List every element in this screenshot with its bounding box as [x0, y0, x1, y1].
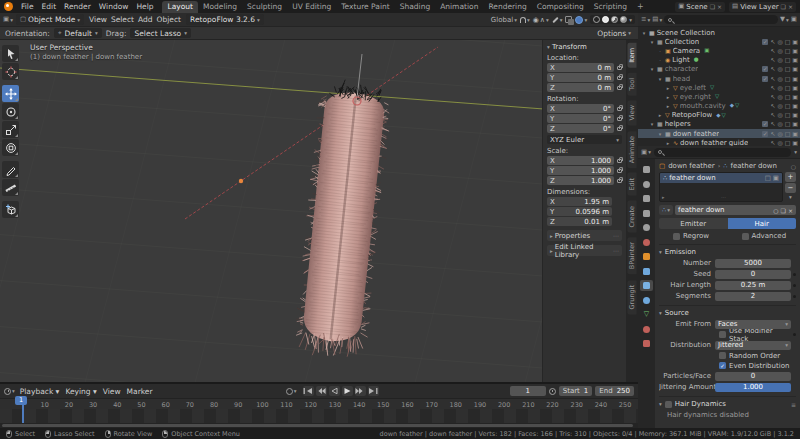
outliner-row-character[interactable]: ▾▦character✓↖◎□▣ — [638, 65, 800, 74]
auto-keying-toggle[interactable]: ▾ — [286, 388, 297, 395]
current-frame-badge[interactable]: 1 — [15, 396, 27, 405]
outliner-row-eye-right[interactable]: ▸▽eye.right▽↖◎□▣ — [638, 92, 800, 101]
render-disable-icon[interactable]: ▣ — [792, 57, 798, 63]
timeline-ruler[interactable]: 1020304050607080901001101201301401501601… — [0, 398, 638, 409]
mode-dropdown[interactable]: ▢Object Mode▾ — [16, 14, 84, 25]
lock-icon[interactable] — [617, 107, 622, 111]
properties-tab-render[interactable] — [640, 179, 653, 190]
particle-system-list[interactable]: ∴ feather down □▣ ▸⋯ — [659, 172, 783, 202]
outliner-row-helpers[interactable]: ▾▦helpers✓↖◎□▣ — [638, 120, 800, 129]
xray-toggle[interactable] — [565, 16, 572, 23]
tool-scale-button[interactable] — [2, 121, 19, 138]
viewport-menu-add[interactable]: Add — [136, 15, 155, 24]
lock-icon[interactable] — [617, 169, 622, 173]
particle-settings-name-field[interactable]: feather down ○❏× — [675, 205, 796, 215]
select-toggle-icon[interactable]: ↖ — [770, 103, 775, 109]
workspace-tab-scripting[interactable]: Scripting — [589, 1, 632, 13]
transform-field-y[interactable]: Y0.0596 m — [547, 207, 612, 216]
emission-section-header[interactable]: ▾Emission — [659, 244, 796, 256]
workspace-tab-compositing[interactable]: Compositing — [532, 1, 589, 13]
render-disable-icon[interactable]: ▣ — [792, 85, 798, 91]
viewport-disable-icon[interactable]: □ — [785, 39, 791, 45]
emission-number-field[interactable]: 5000 — [715, 259, 791, 268]
timeline-menu-view[interactable]: View — [101, 387, 123, 396]
monitor-toggle-icon[interactable]: □ — [765, 175, 771, 182]
checkbox[interactable]: ✓ — [719, 362, 726, 369]
lock-icon[interactable] — [617, 86, 622, 90]
render-disable-icon[interactable]: ▣ — [792, 131, 798, 137]
emission-hair-length-field[interactable]: 0.25 m — [715, 281, 791, 290]
properties-editor-type-dropdown[interactable]: ▣▾ — [641, 149, 651, 156]
tool-annotate-button[interactable] — [2, 161, 19, 178]
transform-field-z[interactable]: Z1.000 — [547, 176, 614, 185]
tool-select-button[interactable] — [2, 45, 19, 62]
source-random-order[interactable]: Random Order — [719, 351, 796, 360]
n-panel-tab-bpainter[interactable]: BPainter — [628, 237, 637, 274]
viewport-disable-icon[interactable]: □ — [785, 94, 791, 100]
menu-edit[interactable]: Edit — [38, 0, 61, 13]
timeline-menu-marker[interactable]: Marker — [125, 387, 155, 396]
hide-toggle-icon[interactable]: ◎ — [777, 57, 782, 63]
lock-icon[interactable] — [617, 117, 622, 121]
properties-tab-scene[interactable] — [640, 222, 653, 233]
outliner-row-light[interactable]: ·◉Light●↖◎□▣ — [638, 56, 800, 65]
use-preview-range-icon[interactable] — [549, 388, 556, 395]
viewport-disable-icon[interactable]: □ — [785, 76, 791, 82]
outliner-row-retopoflow[interactable]: ▸▽RetopoFlow◆▽↖◎□▣ — [638, 111, 800, 120]
outliner-row-scene-collection[interactable]: ▾▦Scene Collection — [638, 28, 800, 37]
n-panel-tab-tool[interactable]: Tool — [628, 73, 637, 96]
tool-rotate-button[interactable] — [2, 103, 19, 120]
outliner-sync-icon[interactable]: ▣ — [791, 16, 797, 23]
timeline-menu-keying[interactable]: Keying ▾ — [63, 387, 98, 396]
render-disable-icon[interactable]: ▣ — [792, 140, 798, 146]
select-toggle-icon[interactable]: ↖ — [770, 131, 775, 137]
properties-tab-texture[interactable] — [640, 338, 653, 349]
exclude-checkbox[interactable]: ✓ — [762, 39, 768, 45]
collapsed-panel-properties[interactable]: ▸Properties⋯ — [547, 230, 622, 241]
viewport-disable-icon[interactable]: □ — [785, 131, 791, 137]
tool-cursor-button[interactable] — [2, 63, 19, 80]
tool-measure-button[interactable] — [2, 179, 19, 196]
lock-icon[interactable] — [617, 159, 622, 163]
properties-tab-output[interactable] — [640, 193, 653, 204]
transform-field-x[interactable]: X0° — [547, 104, 614, 113]
n-panel-tab-item[interactable]: Item — [628, 43, 637, 68]
render-disable-icon[interactable]: ▣ — [792, 103, 798, 109]
snapping-dropdown[interactable]: ▾ — [520, 17, 530, 23]
remove-particle-system-button[interactable]: − — [785, 183, 796, 193]
rotation-mode-dropdown[interactable]: XYZ Euler▾ — [547, 135, 622, 144]
lock-icon[interactable] — [617, 66, 622, 70]
tool-move-button[interactable] — [2, 85, 19, 102]
outliner-editor-type-dropdown[interactable]: ≡▾ — [641, 16, 650, 23]
hide-toggle-icon[interactable]: ◎ — [777, 85, 782, 91]
particle-system-list-item[interactable]: ∴ feather down □▣ — [660, 173, 782, 183]
properties-tab-modifiers[interactable] — [640, 266, 653, 277]
overlays-dropdown[interactable]: ▾ — [575, 16, 587, 24]
properties-tab-view-layer[interactable] — [640, 208, 653, 219]
viewport-3d[interactable]: User Perspective (1) down feather | down… — [0, 40, 638, 382]
hide-toggle-icon[interactable]: ◎ — [777, 66, 782, 72]
render-disable-icon[interactable]: ▣ — [792, 48, 798, 54]
gizmo-dropdown[interactable]: ▾ — [552, 17, 563, 23]
outliner-row-mouth-cavity[interactable]: ▸▽mouth.cavity◆▽↖◎□▣ — [638, 102, 800, 111]
hide-toggle-icon[interactable]: ◎ — [777, 76, 782, 82]
select-toggle-icon[interactable]: ↖ — [770, 85, 775, 91]
viewport-disable-icon[interactable]: □ — [785, 85, 791, 91]
workspace-tab-rendering[interactable]: Rendering — [483, 1, 531, 13]
transform-field-x[interactable]: X1.95 m — [547, 197, 612, 206]
checkbox[interactable] — [719, 331, 726, 338]
properties-tab-tool[interactable] — [640, 164, 653, 175]
viewport-disable-icon[interactable]: □ — [785, 57, 791, 63]
hair-dynamics-section-header[interactable]: ▾ Hair Dynamics ≡ — [659, 396, 796, 408]
retopoflow-menu[interactable]: RetopoFlow 3.2.6▾ — [186, 14, 264, 25]
hide-toggle-icon[interactable]: ◎ — [777, 131, 782, 137]
hide-toggle-icon[interactable]: ◎ — [777, 94, 782, 100]
lock-icon[interactable] — [617, 127, 622, 131]
delete-scene-icon[interactable]: × — [717, 3, 722, 10]
drag-dropdown[interactable]: Select Lasso▾ — [130, 28, 190, 38]
outliner-search-input[interactable] — [664, 15, 778, 24]
transform-field-y[interactable]: Y0 m — [547, 73, 614, 82]
emitter-button[interactable]: Emitter — [659, 218, 728, 229]
render-disable-icon[interactable]: ▣ — [792, 121, 798, 127]
viewport-disable-icon[interactable]: □ — [785, 48, 791, 54]
